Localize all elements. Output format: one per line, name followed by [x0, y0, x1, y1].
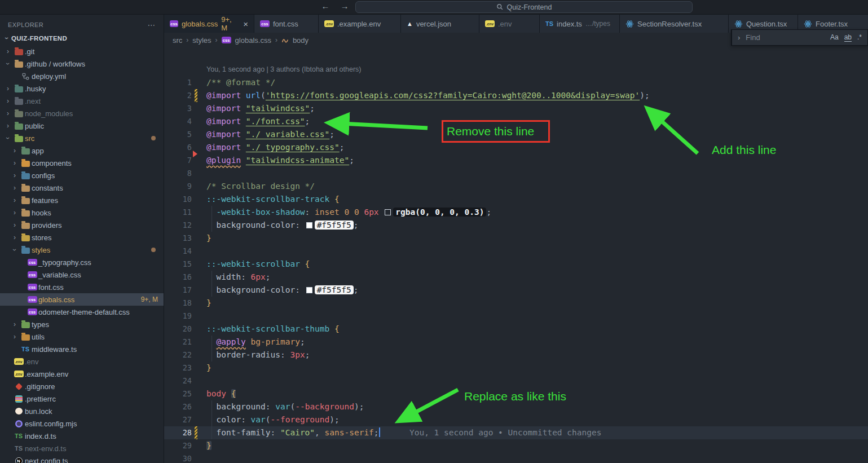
tree-item-.next[interactable]: ›.next: [0, 95, 164, 107]
forward-arrow-icon[interactable]: →: [338, 1, 351, 11]
whole-word-toggle[interactable]: ab: [844, 33, 852, 42]
code-line-10[interactable]: 10::-webkit-scrollbar-track {: [164, 193, 868, 206]
tree-item-middleware.ts[interactable]: TSmiddleware.ts: [0, 343, 164, 355]
tab-.example.env[interactable]: .env.example.env: [319, 15, 401, 33]
tree-item-globals.css[interactable]: cssglobals.css9+, M: [0, 293, 164, 306]
close-icon[interactable]: ×: [243, 19, 248, 29]
chevron-down-icon[interactable]: ›: [11, 245, 19, 254]
code-line-23[interactable]: 23}: [164, 361, 868, 374]
code-line-27[interactable]: 27 color: var(--foreground);: [164, 413, 868, 426]
tree-item-providers[interactable]: ›providers: [0, 219, 164, 231]
tree-item-font.css[interactable]: cssfont.css: [0, 281, 164, 293]
find-input[interactable]: Find: [746, 33, 825, 42]
project-root-header[interactable]: › QUIZ-FRONTEND: [0, 32, 164, 45]
tree-item-.git[interactable]: ›.git: [0, 45, 164, 58]
tab-.env[interactable]: .env.env: [479, 15, 540, 33]
tree-item-configs[interactable]: ›configs: [0, 169, 164, 182]
code-line-4[interactable]: 4@import "./font.css";: [164, 115, 868, 128]
tree-item-features[interactable]: ›features: [0, 194, 164, 206]
tab-index.ts[interactable]: TSindex.ts…/types: [540, 15, 620, 33]
code-line-14[interactable]: 14: [164, 245, 868, 258]
tree-item-node_modules[interactable]: ›node_modules: [0, 107, 164, 120]
tree-item-src[interactable]: ›src: [0, 132, 164, 144]
code-line-7[interactable]: 7@plugin "tailwindcss-animate";: [164, 154, 868, 167]
back-arrow-icon[interactable]: ←: [319, 1, 332, 11]
tree-item-hooks[interactable]: ›hooks: [0, 206, 164, 219]
tree-item-.husky[interactable]: ›.husky: [0, 82, 164, 95]
chevron-right-icon[interactable]: ›: [3, 97, 12, 105]
chevron-right-icon[interactable]: ›: [10, 171, 19, 179]
code-line-12[interactable]: 12 background-color: #f5f5f5;: [164, 219, 868, 232]
tree-item-_typography.css[interactable]: css_typography.css: [0, 256, 164, 268]
code-line-13[interactable]: 13}: [164, 232, 868, 245]
code-line-22[interactable]: 22 border-radius: 3px;: [164, 349, 868, 361]
find-expand-chevron-icon[interactable]: ›: [738, 33, 740, 42]
explorer-more-actions-icon[interactable]: ⋯: [148, 20, 156, 29]
tree-item-_variable.css[interactable]: css_variable.css: [0, 268, 164, 281]
tree-item-.env[interactable]: .env.env: [0, 355, 164, 368]
chevron-down-icon[interactable]: ›: [4, 59, 12, 68]
code-line-11[interactable]: 11 -webkit-box-shadow: inset 0 0 6px rgb…: [164, 206, 868, 219]
tree-item-styles[interactable]: ›styles: [0, 244, 164, 256]
chevron-right-icon[interactable]: ›: [10, 209, 19, 217]
code-line-21[interactable]: 21 @apply bg-primary;: [164, 336, 868, 349]
code-line-24[interactable]: 24: [164, 374, 868, 387]
chevron-right-icon[interactable]: ›: [10, 233, 19, 241]
code-editor[interactable]: You, 1 second ago | 3 authors (Ibtoha an…: [164, 47, 868, 463]
tab-font.css[interactable]: cssfont.css: [254, 15, 319, 33]
tree-item-index.d.ts[interactable]: TSindex.d.ts: [0, 430, 164, 442]
code-line-26[interactable]: 26 background: var(--background);: [164, 400, 868, 413]
code-line-17[interactable]: 17 background-color: #f5f5f5;: [164, 284, 868, 297]
tree-item-eslint.config.mjs[interactable]: eslint.config.mjs: [0, 417, 164, 430]
tree-item-bun.lock[interactable]: bun.lock: [0, 405, 164, 417]
match-case-toggle[interactable]: Aa: [830, 33, 839, 42]
tree-item-deploy.yml[interactable]: deploy.yml: [0, 70, 164, 82]
chevron-right-icon[interactable]: ›: [10, 159, 19, 167]
code-line-16[interactable]: 16 width: 6px;: [164, 271, 868, 284]
regex-toggle[interactable]: .*: [857, 33, 862, 42]
chevron-down-icon[interactable]: ›: [4, 134, 12, 143]
chevron-right-icon[interactable]: ›: [10, 320, 19, 328]
code-line-1[interactable]: 1/** @format */: [164, 76, 868, 89]
chevron-right-icon[interactable]: ›: [3, 109, 12, 117]
code-line-5[interactable]: 5@import "./_variable.css";: [164, 128, 868, 141]
tree-item-.prettierrc[interactable]: .prettierrc: [0, 393, 164, 405]
code-line-30[interactable]: 30: [164, 452, 868, 463]
chevron-right-icon[interactable]: ›: [3, 47, 12, 55]
chevron-right-icon[interactable]: ›: [3, 85, 12, 92]
tree-item-stores[interactable]: ›stores: [0, 231, 164, 244]
tree-item-.example.env[interactable]: .env.example.env: [0, 368, 164, 380]
chevron-right-icon[interactable]: ›: [10, 196, 19, 204]
tree-item-utils[interactable]: ›utils: [0, 330, 164, 343]
code-line-29[interactable]: 29}: [164, 439, 868, 452]
code-line-3[interactable]: 3@import "tailwindcss";: [164, 102, 868, 115]
breadcrumb-file[interactable]: globals.css: [235, 36, 271, 45]
chevron-right-icon[interactable]: ›: [3, 122, 12, 130]
tab-SectionResolver.tsx[interactable]: SectionResolver.tsx: [620, 15, 729, 33]
tree-item-public[interactable]: ›public: [0, 120, 164, 132]
code-line-28[interactable]: 28 font-family: "Cairo", sans-serif; You…: [164, 426, 868, 439]
tab-globals.css[interactable]: cssglobals.css9+, M×: [164, 15, 254, 33]
breadcrumb-styles[interactable]: styles: [192, 36, 211, 45]
tree-item-next-env.d.ts[interactable]: TSnext-env.d.ts: [0, 442, 164, 455]
chevron-right-icon[interactable]: ›: [10, 147, 19, 155]
tree-item-components[interactable]: ›components: [0, 157, 164, 169]
tree-item-.github-workflows[interactable]: ›.github / workflows: [0, 58, 164, 70]
code-line-9[interactable]: 9/* Scrollbar design */: [164, 180, 868, 193]
find-widget[interactable]: › Find Aa ab .*: [731, 29, 868, 46]
breadcrumb-symbol[interactable]: body: [293, 36, 309, 45]
code-line-18[interactable]: 18}: [164, 297, 868, 310]
code-line-8[interactable]: 8: [164, 167, 868, 180]
tree-item-next.config.ts[interactable]: Nnext.config.ts: [0, 455, 164, 463]
tab-vercel.json[interactable]: ▲vercel.json: [401, 15, 479, 33]
chevron-right-icon[interactable]: ›: [10, 333, 19, 341]
breadcrumb-src[interactable]: src: [173, 36, 182, 45]
code-line-6[interactable]: 6@import "./_typography.css";: [164, 141, 868, 154]
command-center-search[interactable]: Quiz-Frontend: [355, 1, 693, 13]
code-line-20[interactable]: 20::-webkit-scrollbar-thumb {: [164, 323, 868, 336]
code-line-15[interactable]: 15::-webkit-scrollbar {: [164, 258, 868, 271]
tree-item-constants[interactable]: ›constants: [0, 182, 164, 194]
chevron-right-icon[interactable]: ›: [10, 221, 19, 229]
tree-item-.gitignore[interactable]: .gitignore: [0, 380, 164, 393]
tree-item-odometer-theme-default.css[interactable]: cssodometer-theme-default.css: [0, 306, 164, 318]
